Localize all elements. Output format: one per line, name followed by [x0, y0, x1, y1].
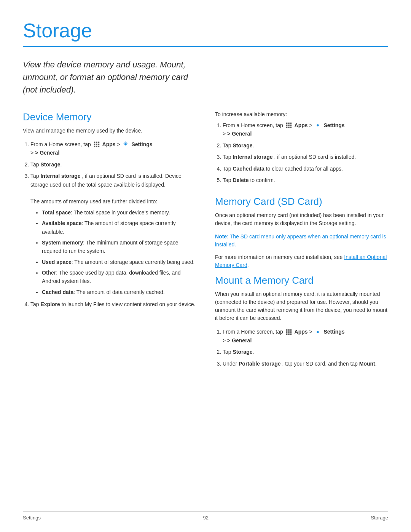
svg-rect-3 [94, 144, 95, 145]
step4-explore-label: Explore [40, 301, 60, 307]
svg-rect-17 [288, 127, 290, 128]
bullet-cached-bold: Cached data [42, 289, 73, 295]
step2-storage-label: Storage [40, 161, 60, 168]
mount-step3: Under Portable storage , tap your SD car… [223, 359, 388, 368]
step1-prefix: From a Home screen, tap [30, 141, 91, 147]
memory-card-title: Memory Card (SD Card) [215, 196, 388, 208]
svg-rect-0 [94, 142, 95, 143]
inc-step5-suffix: to confirm. [250, 177, 275, 183]
svg-rect-23 [286, 331, 287, 333]
bullet-total: Total space: The total space in your dev… [42, 208, 196, 217]
footer-left: Settings [23, 515, 41, 521]
svg-rect-10 [286, 123, 287, 124]
mount-step1-apps: Apps [295, 329, 308, 335]
svg-rect-15 [290, 125, 292, 126]
storage-bullets: Total space: The total space in your dev… [30, 208, 196, 297]
bullet-system-bold: System memory [42, 240, 83, 246]
bullet-used-bold: Used space [42, 259, 72, 265]
step2-text: Tap [30, 161, 39, 168]
increase-step4: Tap Cached data to clear cached data for… [223, 165, 388, 173]
more-info-prefix: For more information on memory card inst… [215, 254, 342, 260]
two-col-layout: Device Memory View and manage the memory… [23, 111, 388, 373]
step1-apps-label: Apps [102, 141, 116, 147]
bullet-used: Used space: The amount of storage space … [42, 258, 196, 266]
increase-memory-steps: From a Home screen, tap Apps > Settings … [215, 121, 388, 184]
svg-rect-5 [98, 144, 99, 145]
svg-rect-27 [288, 333, 290, 335]
svg-rect-8 [98, 146, 99, 147]
inc-step1-apps: Apps [295, 122, 308, 128]
svg-rect-22 [290, 329, 292, 331]
mount-step1-prefix: From a Home screen, tap [223, 329, 283, 335]
mount-memory-card-title: Mount a Memory Card [215, 275, 388, 286]
step1-general-label: > General [35, 150, 59, 156]
inc-step2-storage: Storage [233, 142, 252, 149]
svg-point-29 [317, 331, 319, 333]
title-divider [23, 46, 388, 47]
bullet-total-bold: Total space [42, 209, 71, 216]
inc-step4-tap: Tap [223, 166, 231, 172]
svg-rect-7 [96, 146, 97, 147]
note-text: : The SD card menu only appears when an … [215, 233, 386, 248]
svg-rect-20 [286, 329, 287, 331]
bullet-available-bold: Available space [42, 220, 82, 226]
page-title: Storage [23, 19, 388, 42]
footer-right: Storage [371, 515, 388, 521]
bullet-available: Available space: The amount of storage s… [42, 219, 196, 236]
svg-rect-6 [94, 146, 95, 147]
note-bold: Note [215, 233, 227, 240]
svg-rect-16 [286, 127, 287, 128]
memory-card-desc: Once an optional memory card (not includ… [215, 211, 388, 227]
device-memory-step1: From a Home screen, tap Apps > Settings … [30, 140, 196, 157]
increase-step3: Tap Internal storage , if an optional SD… [223, 153, 388, 161]
inc-step5-tap: Tap [223, 177, 231, 183]
left-column: Device Memory View and manage the memory… [23, 111, 196, 373]
bullet-used-text: : The amount of storage space currently … [72, 259, 195, 265]
inc-step2-tap: Tap [223, 142, 231, 149]
bullet-other-bold: Other [42, 270, 56, 276]
svg-rect-2 [98, 142, 99, 143]
step4-tap: Tap [30, 301, 39, 307]
svg-rect-21 [288, 329, 290, 331]
intro-text: View the device memory and usage. Mount,… [23, 58, 190, 96]
page-footer: Settings 92 Storage [23, 511, 388, 521]
bullet-cached-text: : The amount of data currently cached. [73, 289, 164, 295]
memory-card-section: Memory Card (SD Card) Once an optional m… [215, 196, 388, 368]
inc-step4-cached: Cached data [233, 166, 264, 172]
svg-rect-26 [286, 333, 287, 335]
inc-step4-suffix: to clear cached data for all apps. [266, 166, 343, 172]
more-info-suffix: . [247, 262, 249, 268]
inc-step3-internal: Internal storage [233, 154, 272, 160]
mount-step3-under: Under [223, 361, 237, 367]
bullet-other-text: : The space used by app data, downloaded… [42, 270, 181, 284]
device-memory-step3: Tap Internal storage , if an optional SD… [30, 172, 196, 296]
more-info-text: For more information on memory card inst… [215, 253, 388, 269]
step3-tap: Tap [30, 173, 39, 179]
increase-memory-section: To increase available memory: From a Hom… [215, 111, 388, 184]
svg-rect-25 [290, 331, 292, 333]
inc-step5-delete: Delete [233, 177, 249, 183]
bullet-cached: Cached data: The amount of data currentl… [42, 288, 196, 296]
footer-page-number: 92 [203, 515, 208, 521]
settings-icon-2 [314, 122, 321, 129]
mount-step1: From a Home screen, tap Apps > Settings … [223, 328, 388, 345]
mount-step2: Tap Storage. [223, 348, 388, 356]
mount-memory-card-desc: When you install an optional memory card… [215, 290, 388, 322]
apps-icon-3 [285, 329, 292, 335]
device-memory-desc: View and manage the memory used by the d… [23, 127, 196, 135]
increase-step2: Tap Storage. [223, 141, 388, 150]
increase-memory-label: To increase available memory: [215, 111, 388, 117]
right-column: To increase available memory: From a Hom… [215, 111, 388, 373]
increase-step1: From a Home screen, tap Apps > Settings … [223, 121, 388, 138]
svg-rect-11 [288, 123, 290, 124]
step4-suffix: to launch My Files to view content store… [62, 301, 196, 307]
inc-step1-general: > General [227, 131, 252, 137]
apps-icon [93, 141, 100, 148]
inc-step3-suffix: , if an optional SD card is installed. [274, 154, 356, 160]
inc-step3-tap: Tap [223, 154, 231, 160]
svg-rect-1 [96, 142, 97, 143]
inc-step1-settings: Settings [323, 122, 344, 128]
mount-step3-suffix: , tap your SD card, and then tap [282, 361, 357, 367]
svg-rect-12 [290, 123, 292, 124]
apps-icon-2 [285, 122, 292, 129]
